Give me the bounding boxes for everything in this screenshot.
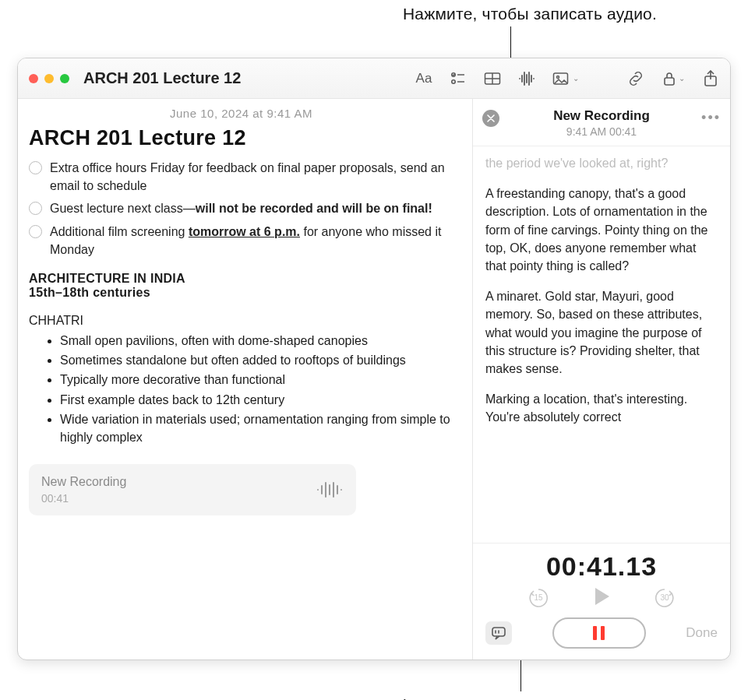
transcript[interactable]: the period we've looked at, right? A fre…: [473, 146, 730, 543]
transcript-line: Marking a location, that's interesting. …: [485, 390, 718, 426]
note-pane: June 10, 2024 at 9:41 AM ARCH 201 Lectur…: [18, 99, 473, 660]
transcript-line: the period we've looked at, right?: [485, 154, 718, 172]
recording-header: ••• New Recording 9:41 AM 00:41: [473, 99, 730, 146]
callout-audio-record: Нажмите, чтобы записать аудио.: [0, 0, 748, 23]
note-date: June 10, 2024 at 9:41 AM: [29, 107, 453, 120]
titlebar: ARCH 201 Lecture 12 Aa ⌄ ⌄: [18, 58, 730, 99]
pause-record-button[interactable]: [552, 617, 646, 649]
checklist-text: Extra office hours Friday for feedback o…: [50, 159, 453, 195]
callout-line: [510, 26, 511, 58]
recording-label: New Recording: [41, 475, 126, 489]
media-button[interactable]: ⌄: [552, 71, 579, 86]
done-button[interactable]: Done: [686, 625, 718, 641]
table-button[interactable]: [484, 71, 501, 86]
recording-attachment[interactable]: New Recording 00:41: [29, 464, 356, 515]
link-button[interactable]: [627, 71, 644, 86]
waveform-icon: [316, 480, 344, 499]
close-window-button[interactable]: [29, 74, 38, 83]
recording-timer: 00:41.13: [485, 551, 718, 582]
svg-rect-5: [665, 78, 674, 85]
section-heading: ARCHITECTURE IN INDIA: [29, 272, 453, 286]
app-window: ARCH 201 Lecture 12 Aa ⌄ ⌄: [17, 58, 731, 660]
callout-line: [520, 660, 521, 691]
svg-point-1: [452, 79, 455, 83]
list-item: Small open pavilions, often with dome-sh…: [60, 331, 453, 350]
checklist-item[interactable]: Guest lecture next class—will not be rec…: [29, 197, 453, 220]
skip-fwd-label: 30: [653, 586, 676, 610]
note-title[interactable]: ARCH 201 Lecture 12: [29, 126, 453, 150]
recording-panel: ••• New Recording 9:41 AM 00:41 the peri…: [473, 99, 730, 660]
lock-button[interactable]: ⌄: [662, 71, 685, 86]
svg-point-4: [557, 76, 559, 78]
list-item: Sometimes standalone but often added to …: [60, 350, 453, 370]
recording-duration: 00:41: [41, 492, 126, 505]
checklist-item[interactable]: Additional film screening tomorrow at 6 …: [29, 220, 453, 261]
zoom-window-button[interactable]: [60, 74, 69, 83]
checkbox-icon[interactable]: [29, 225, 42, 238]
toolbar: Aa ⌄ ⌄: [415, 71, 719, 86]
checklist-button[interactable]: [450, 71, 467, 86]
text: Additional film screening: [50, 225, 189, 238]
pause-icon: [593, 626, 605, 640]
checklist: Extra office hours Friday for feedback o…: [29, 157, 453, 261]
section-subheading: 15th–18th centuries: [29, 286, 453, 300]
checklist-text: Additional film screening tomorrow at 6 …: [50, 223, 453, 259]
recording-bottombar: Done: [485, 617, 718, 649]
record-audio-button[interactable]: [518, 71, 535, 86]
transcript-line: A freestanding canopy, that's a good des…: [485, 185, 718, 275]
recording-panel-title: New Recording: [482, 108, 721, 124]
more-options-button[interactable]: •••: [701, 110, 721, 126]
recording-footer: 00:41.13 15 30: [473, 543, 730, 660]
checklist-item[interactable]: Extra office hours Friday for feedback o…: [29, 157, 453, 197]
close-panel-button[interactable]: [482, 110, 499, 127]
text: Guest lecture next class—: [50, 202, 196, 215]
list-item: Wide variation in materials used; orname…: [60, 410, 453, 447]
window-controls: [29, 74, 69, 83]
format-button[interactable]: Aa: [415, 71, 432, 86]
share-button[interactable]: [702, 71, 719, 86]
transcript-line: A minaret. Gold star, Mayuri, good memor…: [485, 287, 718, 378]
minimize-window-button[interactable]: [44, 74, 54, 83]
window-title: ARCH 201 Lecture 12: [83, 69, 241, 87]
callout-transcribe: Нажмите для создания расшифровки аудио в…: [0, 695, 748, 700]
play-button[interactable]: [592, 586, 611, 610]
text-bold: will not be recorded and will be on fina…: [196, 202, 432, 215]
text-bold-underline: tomorrow at 6 p.m.: [189, 225, 300, 238]
chhatri-label: CHHATRI: [29, 314, 453, 328]
bullet-list: Small open pavilions, often with dome-sh…: [29, 331, 453, 447]
list-item: Typically more decorative than functiona…: [60, 370, 453, 389]
list-item: First example dates back to 12th century: [60, 390, 453, 410]
checklist-text: Guest lecture next class—will not be rec…: [50, 199, 432, 217]
checkbox-icon[interactable]: [29, 161, 42, 174]
skip-back-button[interactable]: 15: [527, 586, 550, 610]
checkbox-icon[interactable]: [29, 202, 42, 215]
skip-back-label: 15: [527, 586, 550, 610]
window-body: June 10, 2024 at 9:41 AM ARCH 201 Lectur…: [18, 99, 730, 660]
recording-panel-subtitle: 9:41 AM 00:41: [482, 125, 721, 138]
transcribe-button[interactable]: [485, 621, 512, 645]
skip-forward-button[interactable]: 30: [653, 586, 676, 610]
playback-controls: 15 30: [485, 586, 718, 610]
